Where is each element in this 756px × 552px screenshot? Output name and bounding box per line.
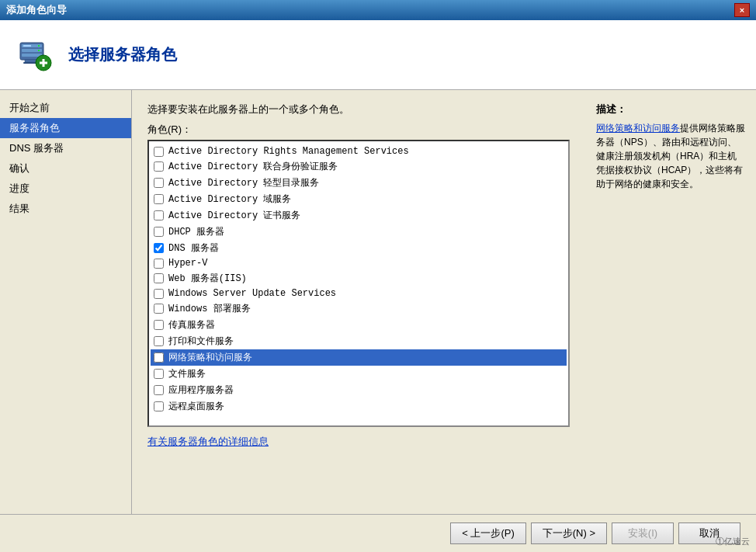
dialog-header: 选择服务器角色 bbox=[0, 20, 756, 90]
svg-rect-11 bbox=[43, 59, 45, 67]
role-item-r3[interactable]: Active Directory 轻型目录服务 bbox=[151, 175, 567, 191]
nav-item-server-roles[interactable]: 服务器角色 bbox=[0, 118, 131, 138]
close-icon[interactable]: × bbox=[734, 3, 750, 17]
roles-list[interactable]: Active Directory Rights Management Servi… bbox=[147, 140, 570, 427]
role-checkbox-r7[interactable] bbox=[154, 243, 164, 253]
dialog: 选择服务器角色 开始之前服务器角色DNS 服务器确认进度结果 选择要安装在此服务… bbox=[0, 20, 756, 552]
role-item-r7[interactable]: DNS 服务器 bbox=[151, 240, 567, 256]
role-checkbox-r1[interactable] bbox=[154, 147, 164, 157]
role-label-r10: Windows Server Update Services bbox=[168, 288, 336, 299]
role-label-r2: Active Directory 联合身份验证服务 bbox=[168, 160, 338, 173]
role-item-r5[interactable]: Active Directory 证书服务 bbox=[151, 207, 567, 224]
role-item-r13[interactable]: 打印和文件服务 bbox=[151, 333, 567, 349]
svg-point-6 bbox=[38, 50, 40, 51]
titlebar-title: 添加角色向导 bbox=[6, 3, 734, 17]
main-panel: 选择要安装在此服务器上的一个或多个角色。 角色(R)： Active Direc… bbox=[132, 90, 585, 514]
role-label-r9: Web 服务器(IIS) bbox=[168, 272, 247, 285]
role-label-r6: DHCP 服务器 bbox=[168, 225, 224, 238]
desc-text: 网络策略和访问服务提供网络策略服务器（NPS）、路由和远程访问、健康注册颁发机构… bbox=[596, 121, 745, 191]
role-checkbox-r6[interactable] bbox=[154, 227, 164, 237]
role-label-r7: DNS 服务器 bbox=[168, 241, 219, 255]
nav-item-start[interactable]: 开始之前 bbox=[0, 98, 131, 118]
role-item-r11[interactable]: Windows 部署服务 bbox=[151, 300, 567, 317]
role-checkbox-r8[interactable] bbox=[154, 259, 164, 269]
role-item-r12[interactable]: 传真服务器 bbox=[151, 317, 567, 333]
desc-title: 描述： bbox=[596, 102, 745, 116]
role-checkbox-r17[interactable] bbox=[154, 401, 164, 411]
role-item-r4[interactable]: Active Directory 域服务 bbox=[151, 191, 567, 207]
role-label-r5: Active Directory 证书服务 bbox=[168, 209, 300, 222]
install-button[interactable]: 安装(I) bbox=[612, 522, 674, 544]
role-checkbox-r2[interactable] bbox=[154, 161, 164, 172]
svg-rect-4 bbox=[23, 45, 31, 47]
role-label-r13: 打印和文件服务 bbox=[168, 335, 234, 348]
role-label-r8: Hyper-V bbox=[168, 258, 207, 269]
role-checkbox-r4[interactable] bbox=[154, 194, 164, 204]
role-checkbox-r16[interactable] bbox=[154, 385, 164, 395]
role-item-r16[interactable]: 应用程序服务器 bbox=[151, 382, 567, 398]
role-checkbox-r13[interactable] bbox=[154, 336, 164, 346]
desc-link[interactable]: 网络策略和访问服务 bbox=[596, 123, 680, 134]
role-label-r16: 应用程序服务器 bbox=[168, 384, 234, 397]
nav-item-confirm[interactable]: 确认 bbox=[0, 158, 131, 179]
left-nav: 开始之前服务器角色DNS 服务器确认进度结果 bbox=[0, 90, 132, 514]
role-item-r10[interactable]: Windows Server Update Services bbox=[151, 286, 567, 300]
role-checkbox-r3[interactable] bbox=[154, 178, 164, 188]
role-item-r17[interactable]: 远程桌面服务 bbox=[151, 398, 567, 415]
role-label-r14: 网络策略和访问服务 bbox=[168, 351, 252, 364]
role-checkbox-r5[interactable] bbox=[154, 210, 164, 220]
nav-item-progress[interactable]: 进度 bbox=[0, 179, 131, 199]
role-label-r17: 远程桌面服务 bbox=[168, 400, 224, 413]
section-description: 选择要安装在此服务器上的一个或多个角色。 bbox=[147, 102, 570, 116]
role-item-r2[interactable]: Active Directory 联合身份验证服务 bbox=[151, 158, 567, 175]
role-label-r12: 传真服务器 bbox=[168, 318, 215, 332]
role-checkbox-r10[interactable] bbox=[154, 289, 164, 299]
role-item-r15[interactable]: 文件服务 bbox=[151, 366, 567, 382]
role-item-r1[interactable]: Active Directory Rights Management Servi… bbox=[151, 144, 567, 158]
role-item-r14[interactable]: 网络策略和访问服务 bbox=[151, 349, 567, 366]
next-button[interactable]: 下一步(N) > bbox=[531, 522, 607, 544]
nav-item-result[interactable]: 结果 bbox=[0, 199, 131, 219]
page-title: 选择服务器角色 bbox=[68, 44, 177, 65]
server-icon bbox=[16, 35, 56, 75]
role-item-r8[interactable]: Hyper-V bbox=[151, 256, 567, 270]
svg-point-5 bbox=[38, 45, 40, 47]
back-button[interactable]: < 上一步(P) bbox=[450, 522, 526, 544]
nav-item-dns[interactable]: DNS 服务器 bbox=[0, 138, 131, 158]
role-label-r4: Active Directory 域服务 bbox=[168, 193, 291, 206]
role-item-r9[interactable]: Web 服务器(IIS) bbox=[151, 270, 567, 286]
role-checkbox-r12[interactable] bbox=[154, 320, 164, 330]
more-info-link[interactable]: 有关服务器角色的详细信息 bbox=[147, 435, 570, 449]
role-label-r15: 文件服务 bbox=[168, 367, 206, 380]
role-checkbox-r9[interactable] bbox=[154, 273, 164, 283]
role-checkbox-r11[interactable] bbox=[154, 304, 164, 314]
desc-panel: 描述： 网络策略和访问服务提供网络策略服务器（NPS）、路由和远程访问、健康注册… bbox=[585, 90, 756, 514]
dialog-content: 开始之前服务器角色DNS 服务器确认进度结果 选择要安装在此服务器上的一个或多个… bbox=[0, 90, 756, 514]
watermark: ①亿速云 bbox=[716, 536, 750, 547]
dialog-footer: < 上一步(P) 下一步(N) > 安装(I) 取消 bbox=[0, 514, 756, 552]
role-label-r1: Active Directory Rights Management Servi… bbox=[168, 146, 409, 157]
roles-label: 角色(R)： bbox=[147, 123, 570, 137]
role-checkbox-r15[interactable] bbox=[154, 369, 164, 379]
role-label-r11: Windows 部署服务 bbox=[168, 302, 251, 315]
role-item-r6[interactable]: DHCP 服务器 bbox=[151, 224, 567, 240]
role-checkbox-r14[interactable] bbox=[154, 352, 164, 363]
titlebar: 添加角色向导 × bbox=[0, 0, 756, 20]
role-label-r3: Active Directory 轻型目录服务 bbox=[168, 176, 319, 189]
